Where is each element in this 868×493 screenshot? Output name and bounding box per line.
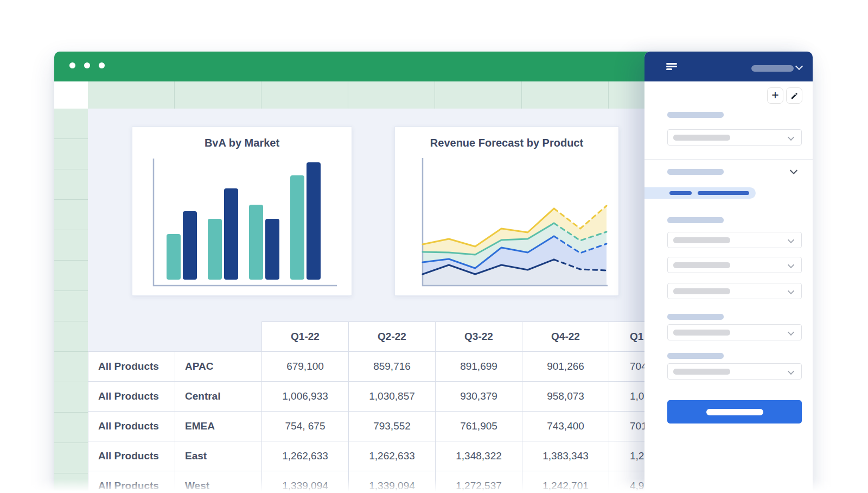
primary-action-button[interactable] [667, 400, 802, 424]
sidebar-header [644, 52, 813, 81]
add-button[interactable]: + [767, 87, 783, 104]
section-label-skeleton [667, 169, 724, 175]
value-cell[interactable]: 859,716 [349, 352, 436, 382]
select-value-skeleton [673, 262, 730, 268]
settings-sidebar: + [644, 52, 813, 493]
table-row: All ProductsCentral1,006,9331,030,857930… [88, 382, 696, 412]
select-dropdown[interactable] [667, 232, 802, 248]
field-label-skeleton [667, 112, 724, 118]
field-label-skeleton [667, 217, 724, 223]
edit-button[interactable] [786, 87, 802, 104]
column-header-cell[interactable] [261, 81, 348, 109]
segment-option-skeleton [669, 191, 692, 195]
select-dropdown[interactable] [667, 363, 802, 380]
select-dropdown[interactable] [667, 257, 802, 273]
data-table-container: Q1-22Q2-22Q3-22Q4-22Q1 All ProductsAPAC6… [88, 321, 696, 493]
table-header-spacer [88, 322, 175, 352]
product-cell[interactable]: All Products [88, 441, 175, 471]
corner-cell[interactable] [54, 81, 88, 109]
chevron-down-icon [788, 288, 794, 294]
table-row: All ProductsEMEA754, 675793,552761,90574… [88, 412, 696, 441]
product-cell[interactable]: All Products [88, 352, 175, 382]
table-header-spacer [175, 322, 262, 352]
window-control-dot[interactable] [69, 62, 75, 68]
table-row: All ProductsWest1,339,0941,339,0941,272,… [88, 471, 696, 493]
value-cell[interactable]: 679,100 [262, 352, 349, 382]
chevron-down-icon [788, 134, 794, 141]
data-table: Q1-22Q2-22Q3-22Q4-22Q1 All ProductsAPAC6… [88, 321, 696, 493]
select-value-skeleton [673, 330, 730, 336]
forecast-chart-title: Revenue Forecast by Product [395, 137, 618, 149]
region-cell[interactable]: Central [175, 382, 262, 412]
segment-option-skeleton [698, 191, 749, 195]
select-dropdown[interactable] [667, 283, 802, 299]
page: BvA by Market Revenue Forecast by Produc… [0, 0, 868, 493]
value-cell[interactable]: 1,006,933 [262, 382, 349, 412]
select-dropdown[interactable] [667, 324, 802, 340]
window-control-dot[interactable] [84, 62, 90, 68]
table-row: All ProductsEast1,262,6331,262,6331,348,… [88, 441, 696, 471]
table-body: All ProductsAPAC679,100859,716891,699901… [88, 352, 696, 493]
divider [644, 159, 813, 160]
table-col-header[interactable]: Q1-22 [262, 322, 349, 352]
value-cell[interactable]: 930,379 [436, 382, 522, 412]
value-cell[interactable]: 1,272,537 [436, 471, 522, 493]
value-cell[interactable]: 743,400 [522, 412, 609, 441]
value-cell[interactable]: 1,262,633 [349, 441, 436, 471]
value-cell[interactable]: 754, 675 [262, 412, 349, 441]
column-header-cell[interactable] [348, 81, 435, 109]
table-head-row: Q1-22Q2-22Q3-22Q4-22Q1 [88, 322, 696, 352]
select-value-skeleton [673, 237, 730, 243]
select-value-skeleton [673, 135, 730, 141]
value-cell[interactable]: 901,266 [522, 352, 609, 382]
value-cell[interactable]: 1,030,857 [349, 382, 436, 412]
pencil-icon [790, 92, 799, 100]
region-cell[interactable]: East [175, 441, 262, 471]
forecast-chart-card: Revenue Forecast by Product [394, 127, 619, 296]
chevron-down-icon[interactable] [795, 62, 803, 70]
column-header-cell[interactable] [175, 81, 261, 109]
value-cell[interactable]: 891,699 [436, 352, 522, 382]
hamburger-icon[interactable] [666, 63, 677, 71]
plus-icon: + [771, 89, 778, 102]
window-control-dot[interactable] [99, 62, 105, 68]
value-cell[interactable]: 1,339,094 [262, 471, 349, 493]
product-cell[interactable]: All Products [88, 382, 175, 412]
value-cell[interactable]: 958,073 [522, 382, 609, 412]
table-col-header[interactable]: Q4-22 [522, 322, 609, 352]
bva-chart-card: BvA by Market [132, 127, 352, 296]
section-collapse-chevron-icon[interactable] [790, 167, 797, 174]
value-cell[interactable]: 793,552 [349, 412, 436, 441]
value-cell[interactable]: 1,242,701 [522, 471, 609, 493]
table-col-header[interactable]: Q3-22 [436, 322, 522, 352]
chevron-down-icon [788, 237, 794, 243]
product-cell[interactable]: All Products [88, 471, 175, 493]
product-cell[interactable]: All Products [88, 412, 175, 441]
value-cell[interactable]: 1,339,094 [349, 471, 436, 493]
region-cell[interactable]: EMEA [175, 412, 262, 441]
select-value-skeleton [673, 369, 730, 375]
select-dropdown[interactable] [667, 129, 802, 146]
bva-bar-chart [132, 127, 353, 296]
table-col-header[interactable]: Q2-22 [349, 322, 436, 352]
row-header-column[interactable] [54, 109, 88, 493]
table-row: All ProductsAPAC679,100859,716891,699901… [88, 352, 696, 382]
select-value-skeleton [673, 288, 730, 294]
chevron-down-icon [788, 329, 794, 336]
column-header-cell[interactable] [88, 81, 175, 109]
value-cell[interactable]: 1,383,343 [522, 441, 609, 471]
region-cell[interactable]: West [175, 471, 262, 493]
column-header-cell[interactable] [522, 81, 609, 109]
value-cell[interactable]: 761,905 [436, 412, 522, 441]
column-header-cell[interactable] [435, 81, 522, 109]
segmented-control-skeleton[interactable] [644, 187, 756, 199]
field-label-skeleton [667, 353, 724, 359]
region-cell[interactable]: APAC [175, 352, 262, 382]
sheet-selector-skeleton[interactable] [751, 65, 794, 72]
value-cell[interactable]: 1,262,633 [262, 441, 349, 471]
chevron-down-icon [788, 368, 794, 375]
chevron-down-icon [788, 262, 794, 268]
value-cell[interactable]: 1,348,322 [436, 441, 522, 471]
forecast-area-chart [395, 127, 620, 296]
button-label-skeleton [706, 409, 763, 415]
